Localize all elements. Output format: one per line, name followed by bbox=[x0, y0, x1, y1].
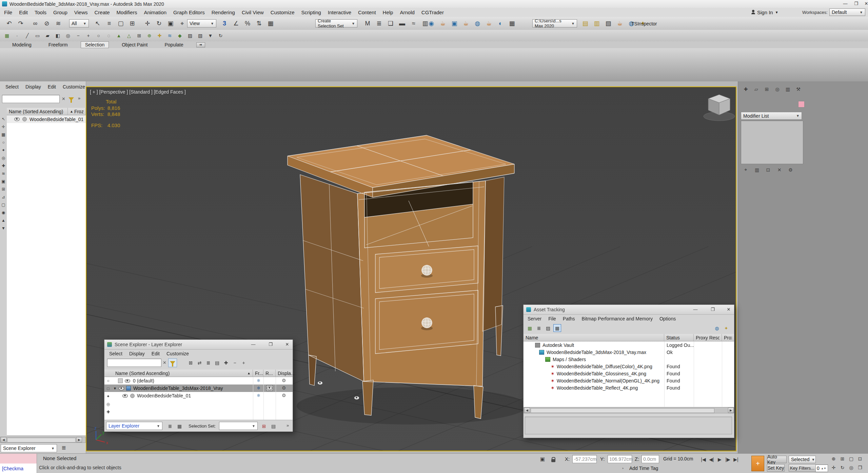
minimize-icon[interactable]: — bbox=[690, 306, 701, 313]
filter-geometry-icon[interactable]: ▦ bbox=[0, 132, 6, 138]
repeat-last-icon[interactable]: ↻ bbox=[217, 32, 224, 39]
set-keys-button[interactable]: + bbox=[751, 456, 764, 471]
next-frame-icon[interactable]: |▶ bbox=[724, 456, 731, 463]
minimize-button[interactable]: — bbox=[840, 0, 850, 7]
polygon-modeling-icon[interactable]: ▦ bbox=[3, 32, 11, 39]
scroll-left-icon[interactable]: ◀ bbox=[524, 408, 530, 413]
visibility-eye-icon[interactable] bbox=[125, 379, 130, 383]
element-mode-icon[interactable]: ◧ bbox=[54, 32, 61, 39]
column-header-name[interactable]: Name (Sorted Ascending) bbox=[7, 108, 68, 115]
bedside-table-model[interactable] bbox=[288, 135, 514, 419]
play-animation-icon[interactable]: ▶ bbox=[716, 456, 723, 463]
scroll-right-icon[interactable]: ▶ bbox=[76, 437, 82, 442]
undo-icon[interactable]: ↶ bbox=[4, 19, 14, 28]
window-crossing-toggle-icon[interactable]: ⊞ bbox=[127, 19, 137, 28]
set-key-button[interactable]: Set Key bbox=[767, 464, 785, 472]
loop-select-icon[interactable]: ○ bbox=[95, 32, 102, 39]
filter-groups-icon[interactable]: ▣ bbox=[0, 178, 6, 184]
filter-cameras-icon[interactable]: ◎ bbox=[0, 155, 6, 161]
minimize-icon[interactable]: — bbox=[248, 341, 258, 348]
filter-containers-icon[interactable]: ▢ bbox=[0, 202, 6, 208]
menu-item-bitmap-performance-and-memory[interactable]: Bitmap Performance and Memory bbox=[578, 316, 656, 321]
explorer-mode-dropdown[interactable]: Layer Explorer ▼ bbox=[106, 422, 162, 430]
visibility-eye-icon[interactable] bbox=[14, 117, 20, 121]
motion-tab-icon[interactable]: ◎ bbox=[774, 85, 781, 93]
menu-item-customize[interactable]: Customize bbox=[59, 84, 88, 90]
expand-all-icon[interactable]: + bbox=[240, 359, 247, 366]
menu-item-display[interactable]: Display bbox=[22, 84, 44, 90]
maximize-icon[interactable]: ❐ bbox=[265, 341, 276, 348]
vertex-mode-icon[interactable]: ∙ bbox=[14, 32, 21, 39]
menu-item-rendering[interactable]: Rendering bbox=[208, 9, 238, 15]
modifier-list-dropdown[interactable]: Modifier List ▼ bbox=[741, 112, 802, 120]
layer-list-body[interactable]: 0 (default) ❄ ⚙ ▼ WoodenBedsideTable_3ds… bbox=[104, 377, 293, 420]
collapse-tool-icon[interactable]: ▼ bbox=[207, 32, 214, 39]
menu-item-paths[interactable]: Paths bbox=[559, 316, 578, 321]
menu-item-edit[interactable]: Edit bbox=[44, 84, 59, 90]
close-button[interactable]: ✕ bbox=[861, 0, 868, 7]
asset-tracking-window[interactable]: Asset Tracking — ❐ ✕ ServerFilePathsBitm… bbox=[523, 304, 734, 438]
asset-row[interactable]: WoodenBedsideTable_3dsMax-2018_Vray.max … bbox=[524, 349, 734, 356]
table-view-icon[interactable]: ▦ bbox=[554, 324, 561, 332]
auto-key-button[interactable]: Auto Key bbox=[767, 456, 787, 463]
swift-loop-icon[interactable]: ⊕ bbox=[146, 32, 153, 39]
explorer-mode-dropdown[interactable]: Scene Explorer ▼ bbox=[1, 444, 57, 452]
layer-row[interactable]: 0 (default) ❄ ⚙ bbox=[104, 377, 293, 385]
edit-layer-grid-icon[interactable]: ▦ bbox=[176, 422, 183, 430]
render-setup-icon[interactable]: ☕ bbox=[438, 19, 448, 28]
display-children-icon[interactable]: ≣ bbox=[205, 359, 212, 366]
mirror-icon[interactable]: M bbox=[363, 19, 372, 28]
column-header-frozen[interactable]: ▲ Froze bbox=[68, 108, 86, 115]
scene-explorer-window[interactable]: Scene Explorer - Layer Explorer — ❐ ✕ Se… bbox=[104, 339, 293, 432]
ring-select-icon[interactable]: ◌ bbox=[105, 32, 112, 39]
remove-modifier-icon[interactable]: ✕ bbox=[776, 166, 783, 173]
menu-item-select[interactable]: Select bbox=[2, 84, 22, 90]
layer-row-selected[interactable]: ▼ WoodenBedsideTable_3dsMax-2018_Vray ❄ … bbox=[104, 385, 293, 392]
explorer-select-icon[interactable]: ↖ bbox=[0, 116, 6, 122]
sync-to-selection-icon[interactable]: ⇄ bbox=[196, 359, 203, 366]
filter-funnel-icon[interactable] bbox=[68, 97, 74, 101]
column-header-name[interactable]: Name (Sorted Ascending) ▲ bbox=[104, 370, 253, 377]
maxscript-listener-pane[interactable]: [Checkma bbox=[0, 464, 37, 473]
paint-connect-icon[interactable]: ✚ bbox=[156, 32, 163, 39]
visibility-eye-icon[interactable] bbox=[122, 394, 128, 398]
menu-item-arnold[interactable]: Arnold bbox=[396, 9, 418, 15]
render-eye-icon[interactable] bbox=[317, 381, 323, 385]
edit-named-selection-sets-icon[interactable]: ▦ bbox=[266, 19, 275, 28]
scrollbar-thumb[interactable] bbox=[7, 438, 76, 442]
select-and-uniform-scale-icon[interactable]: ▣ bbox=[166, 19, 175, 28]
redo-icon[interactable]: ↷ bbox=[16, 19, 25, 28]
select-and-rotate-icon[interactable]: ↻ bbox=[154, 19, 164, 28]
go-to-start-icon[interactable]: |◀ bbox=[700, 456, 707, 463]
collapse-all-icon[interactable]: − bbox=[231, 359, 238, 366]
column-header-name[interactable]: Name bbox=[524, 334, 664, 341]
menu-item-help[interactable]: Help bbox=[379, 9, 397, 15]
show-end-result-icon[interactable]: ▥ bbox=[753, 166, 761, 173]
display-gear-icon[interactable]: ⚙ bbox=[282, 385, 286, 391]
close-icon[interactable]: ✕ bbox=[724, 306, 734, 313]
render-eye-icon[interactable] bbox=[266, 385, 273, 391]
refresh-bitmaps-icon[interactable]: ▦ bbox=[526, 324, 533, 332]
explorer-list-body[interactable]: WoodenBedsideTable_01 bbox=[7, 115, 86, 436]
make-unique-icon[interactable]: ⊡ bbox=[765, 166, 772, 173]
object-row[interactable]: WoodenBedsideTable_01 ❄ ⚙ bbox=[104, 392, 293, 399]
layers-icon[interactable]: ≣ bbox=[60, 444, 68, 452]
material-editor-icon[interactable]: ◉ bbox=[427, 19, 436, 28]
filter-lights-icon[interactable]: ✦ bbox=[0, 147, 6, 153]
thumbnail-view-icon[interactable]: ▨ bbox=[545, 324, 552, 332]
menu-item-modifiers[interactable]: Modifiers bbox=[113, 9, 141, 15]
selection-lock-icon[interactable] bbox=[551, 459, 555, 462]
select-and-link-icon[interactable]: ∞ bbox=[31, 19, 40, 28]
menu-item-server[interactable]: Server bbox=[524, 316, 545, 321]
list-view-icon[interactable]: ≣ bbox=[535, 324, 542, 332]
utilities-tab-icon[interactable]: ⚒ bbox=[795, 85, 802, 93]
asset-row[interactable]: ✶ WoodenBedsideTable_Diffuse(Color)_4K.p… bbox=[524, 363, 734, 370]
column-header-proxy[interactable]: Prox bbox=[722, 334, 734, 341]
go-to-end-icon[interactable]: ▶| bbox=[732, 456, 739, 463]
maximize-viewport-toggle-icon[interactable]: ❐ bbox=[856, 464, 864, 471]
soft-selection-icon[interactable]: ◎ bbox=[64, 32, 72, 39]
menu-item-group[interactable]: Group bbox=[50, 9, 71, 15]
maximize-icon[interactable]: ❐ bbox=[708, 306, 718, 313]
orbit-icon[interactable]: ↻ bbox=[839, 464, 846, 471]
column-header-frozen[interactable]: Fr... bbox=[253, 370, 263, 377]
